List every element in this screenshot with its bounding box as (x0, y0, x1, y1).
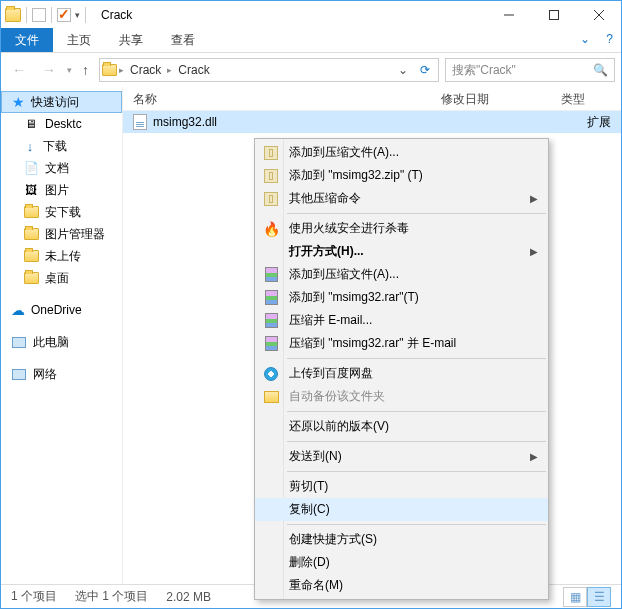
folder-icon (24, 228, 39, 240)
ribbon-share-tab[interactable]: 共享 (105, 28, 157, 52)
sidebar: ★ 快速访问 🖥Desktc 下载 📄文档 🖼图片 安下载 图片管理器 未上传 … (1, 87, 123, 584)
menu-open-with[interactable]: 打开方式(H)...▶ (255, 240, 548, 263)
address-folder-icon (102, 64, 117, 76)
sidebar-item-downloads[interactable]: 下载 (1, 135, 122, 157)
sidebar-item-pictures[interactable]: 🖼图片 (1, 179, 122, 201)
network-icon (12, 369, 26, 380)
nav-history-dropdown[interactable]: ▾ (67, 65, 72, 75)
menu-separator (287, 213, 546, 214)
rar-icon (265, 290, 278, 305)
menu-auto-backup[interactable]: 自动备份该文件夹 (255, 385, 548, 408)
sidebar-quick-access[interactable]: ★ 快速访问 (1, 91, 122, 113)
menu-separator (287, 358, 546, 359)
ribbon-file-tab[interactable]: 文件 (1, 28, 53, 52)
rar-icon (265, 267, 278, 282)
sidebar-item-folder[interactable]: 桌面 (1, 267, 122, 289)
download-icon (23, 139, 37, 153)
help-icon[interactable]: ? (598, 28, 621, 52)
menu-copy[interactable]: 复制(C) (255, 498, 548, 521)
menu-huorong-scan[interactable]: 🔥使用火绒安全进行杀毒 (255, 217, 548, 240)
quick-access-toolbar: ▾ (1, 7, 93, 23)
sidebar-onedrive[interactable]: ☁OneDrive (1, 299, 122, 321)
menu-separator (287, 441, 546, 442)
address-dropdown-icon[interactable]: ⌄ (392, 63, 414, 77)
breadcrumb[interactable]: Crack (126, 63, 165, 77)
sidebar-thispc[interactable]: 此电脑 (1, 331, 122, 353)
menu-rename[interactable]: 重命名(M) (255, 574, 548, 597)
expand-ribbon-icon[interactable]: ⌄ (572, 28, 598, 52)
fire-icon: 🔥 (263, 221, 279, 237)
menu-baidu-upload[interactable]: 上传到百度网盘 (255, 362, 548, 385)
pictures-icon: 🖼 (23, 182, 39, 198)
minimize-button[interactable] (486, 1, 531, 28)
folder-icon (24, 272, 39, 284)
chevron-right-icon[interactable]: ▸ (117, 65, 126, 75)
column-type[interactable]: 类型 (551, 87, 621, 110)
folder-icon (264, 391, 279, 403)
search-input[interactable]: 搜索"Crack" 🔍 (445, 58, 615, 82)
sidebar-item-folder[interactable]: 安下载 (1, 201, 122, 223)
maximize-button[interactable] (531, 1, 576, 28)
status-selected: 选中 1 个项目 (75, 588, 148, 605)
qat-dropdown-icon[interactable]: ▾ (75, 10, 80, 20)
titlebar: ▾ Crack (1, 1, 621, 28)
onedrive-icon: ☁ (11, 302, 25, 318)
refresh-icon[interactable]: ⟳ (414, 63, 436, 77)
documents-icon: 📄 (23, 160, 39, 176)
menu-rar-add[interactable]: 添加到压缩文件(A)... (255, 263, 548, 286)
menu-rar-email-named[interactable]: 压缩到 "msimg32.rar" 并 E-mail (255, 332, 548, 355)
rar-icon (265, 313, 278, 328)
submenu-arrow-icon: ▶ (530, 193, 538, 204)
pc-icon (12, 337, 26, 348)
status-item-count: 1 个项目 (11, 588, 57, 605)
breadcrumb[interactable]: Crack (174, 63, 213, 77)
view-details-button[interactable]: ☰ (587, 587, 611, 607)
window-controls (486, 1, 621, 28)
sidebar-item-folder[interactable]: 图片管理器 (1, 223, 122, 245)
ribbon: 文件 主页 共享 查看 ⌄ ? (1, 28, 621, 53)
qat-checked-icon[interactable] (57, 8, 71, 22)
submenu-arrow-icon: ▶ (530, 246, 538, 257)
sidebar-item-documents[interactable]: 📄文档 (1, 157, 122, 179)
view-large-icons-button[interactable]: ▦ (563, 587, 587, 607)
file-row-selected[interactable]: msimg32.dll 扩展 (123, 111, 621, 133)
menu-separator (287, 411, 546, 412)
ribbon-home-tab[interactable]: 主页 (53, 28, 105, 52)
sidebar-network[interactable]: 网络 (1, 363, 122, 385)
status-size: 2.02 MB (166, 590, 211, 604)
baidu-disk-icon (264, 367, 278, 381)
menu-delete[interactable]: 删除(D) (255, 551, 548, 574)
qat-properties-icon[interactable] (32, 8, 46, 22)
column-headers: 名称 修改日期 类型 (123, 87, 621, 111)
menu-restore-version[interactable]: 还原以前的版本(V) (255, 415, 548, 438)
menu-cut[interactable]: 剪切(T) (255, 475, 548, 498)
search-icon: 🔍 (593, 63, 608, 77)
menu-add-archive[interactable]: 添加到压缩文件(A)... (255, 141, 548, 164)
file-type-extra: 扩展 (587, 114, 621, 131)
chevron-right-icon[interactable]: ▸ (165, 65, 174, 75)
sidebar-item-folder[interactable]: 未上传 (1, 245, 122, 267)
menu-rar-add-named[interactable]: 添加到 "msimg32.rar"(T) (255, 286, 548, 309)
rar-icon (265, 336, 278, 351)
close-button[interactable] (576, 1, 621, 28)
sidebar-item-desktop[interactable]: 🖥Desktc (1, 113, 122, 135)
app-folder-icon (5, 8, 21, 22)
separator (85, 7, 86, 23)
menu-send-to[interactable]: 发送到(N)▶ (255, 445, 548, 468)
menu-add-zip[interactable]: 添加到 "msimg32.zip" (T) (255, 164, 548, 187)
nav-up-button[interactable]: ↑ (78, 62, 93, 78)
star-icon: ★ (12, 94, 25, 110)
menu-other-compress[interactable]: 其他压缩命令▶ (255, 187, 548, 210)
file-name: msimg32.dll (153, 115, 217, 129)
menu-create-shortcut[interactable]: 创建快捷方式(S) (255, 528, 548, 551)
folder-icon (24, 206, 39, 218)
column-name[interactable]: 名称 (123, 87, 431, 110)
address-bar[interactable]: ▸ Crack ▸ Crack ⌄ ⟳ (99, 58, 439, 82)
menu-rar-email[interactable]: 压缩并 E-mail... (255, 309, 548, 332)
nav-forward-button[interactable]: → (37, 58, 61, 82)
nav-back-button[interactable]: ← (7, 58, 31, 82)
column-date[interactable]: 修改日期 (431, 87, 551, 110)
sidebar-label: 快速访问 (31, 94, 79, 111)
ribbon-view-tab[interactable]: 查看 (157, 28, 209, 52)
separator (51, 7, 52, 23)
